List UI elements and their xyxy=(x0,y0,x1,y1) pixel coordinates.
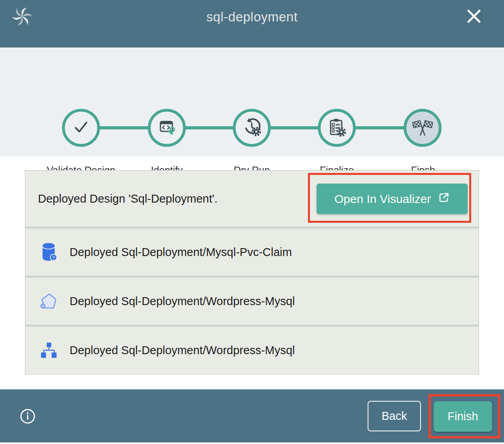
modal-title: sql-deployment xyxy=(0,9,504,25)
database-icon: ? xyxy=(40,242,59,262)
svg-text:?: ? xyxy=(52,255,55,260)
step-dry-run xyxy=(233,109,271,147)
clipboard-gear-icon xyxy=(327,117,347,139)
step-finish xyxy=(404,109,442,147)
dry-run-icon xyxy=(242,117,262,139)
step-validate-design xyxy=(62,109,100,147)
close-button[interactable] xyxy=(464,7,483,26)
modal-header: sql-deployment xyxy=(0,0,504,47)
result-row-text: Deployed Sql-Deployment/Wordpress-Mysql xyxy=(70,344,295,357)
finish-flags-icon xyxy=(412,117,433,139)
result-row-mysql-pvc-claim: ? Deployed Sql-Deployment/Mysql-Pvc-Clai… xyxy=(25,228,479,276)
back-button[interactable]: Back xyxy=(368,401,421,431)
result-row-wordpress-mysql-service: Deployed Sql-Deployment/Wordpress-Mysql xyxy=(25,277,479,325)
deployment-stepper: Validate Design Identify Environments xyxy=(0,47,504,156)
topology-icon xyxy=(40,340,59,361)
finish-button[interactable]: Finish xyxy=(434,401,492,432)
result-row-wordpress-mysql-topology: Deployed Sql-Deployment/Wordpress-Mysql xyxy=(25,326,479,374)
code-wrench-icon xyxy=(157,117,177,139)
stepper-connector xyxy=(269,126,320,129)
deployment-results-list: Deployed Design 'Sql-Deployment'. Open I… xyxy=(25,170,479,374)
step-finalize-deployment xyxy=(318,109,356,147)
open-in-visualizer-label: Open In Visualizer xyxy=(334,192,431,206)
step-identify-environments xyxy=(148,109,186,147)
stepper-connector xyxy=(98,126,149,129)
external-link-icon xyxy=(438,192,450,206)
deployment-modal: sql-deployment Validate Design xyxy=(0,0,504,444)
check-icon xyxy=(71,117,91,139)
modal-footer: Back Finish xyxy=(0,389,504,442)
pentagon-icon xyxy=(40,291,59,311)
info-button[interactable] xyxy=(20,408,36,424)
deployed-design-message: Deployed Design 'Sql-Deployment'. xyxy=(38,192,217,205)
result-row-text: Deployed Sql-Deployment/Mysql-Pvc-Claim xyxy=(70,246,292,259)
stepper-connector xyxy=(355,126,406,129)
close-icon xyxy=(464,21,483,27)
stepper-connector xyxy=(184,126,234,129)
result-row-text: Deployed Sql-Deployment/Wordpress-Mysql xyxy=(70,295,295,308)
open-in-visualizer-button[interactable]: Open In Visualizer xyxy=(317,184,468,214)
info-icon xyxy=(20,419,36,425)
deployed-design-row: Deployed Design 'Sql-Deployment'. Open I… xyxy=(25,171,479,227)
